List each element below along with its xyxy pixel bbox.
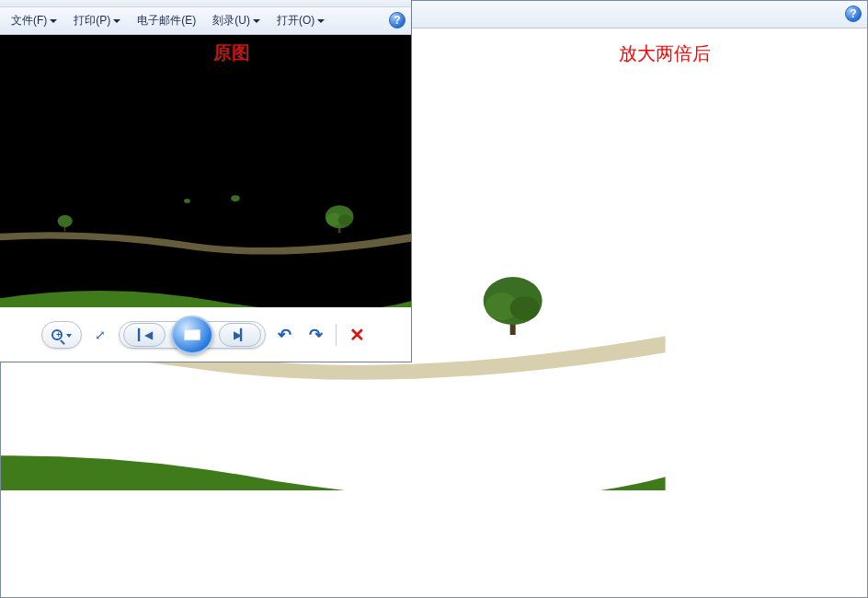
magnifier-icon: + [51,326,72,345]
viewer-toolbar: + ⤢ ▎◀ ▶▎ ↶ ↷ ✕ [0,308,411,362]
menu-file-label: 文件(F) [11,13,47,29]
dropdown-arrow-icon [317,19,325,23]
annotation-original: 原图 [213,40,250,65]
previous-button[interactable]: ▎◀ [123,323,166,347]
annotation-original-text: 原图 [213,42,250,63]
menu-bar: 文件(F) 打印(P) 电子邮件(E) 刻录(U) 打开(O) ? [0,7,411,35]
menu-email[interactable]: 电子邮件(E) [133,10,200,31]
help-button[interactable]: ? [845,6,862,22]
help-icon: ? [394,14,400,27]
menu-burn-label: 刻录(U) [212,13,250,29]
menu-file[interactable]: 文件(F) [7,10,61,31]
rotate-cw-button[interactable]: ↷ [303,322,328,348]
dropdown-arrow-icon [253,19,260,23]
menu-open[interactable]: 打开(O) [273,10,328,31]
rotate-cw-icon: ↷ [309,325,323,345]
photo-viewer-window-original: Windows 照片查看器 文件(F) 打印(P) 电子邮件(E) 刻录(U) … [0,0,412,362]
next-icon: ▶▎ [234,328,246,341]
photo-content [0,35,411,307]
help-icon: ? [850,7,856,20]
zoom-button[interactable]: + [41,321,82,349]
dropdown-arrow-icon [50,19,57,23]
toolbar-divider [336,324,337,346]
nav-control: ▎◀ ▶▎ [119,321,266,349]
menu-print[interactable]: 打印(P) [70,10,124,31]
prev-icon: ▎◀ [138,328,151,341]
menu-open-label: 打开(O) [277,13,314,29]
menu-print-label: 打印(P) [74,13,110,29]
slideshow-button[interactable] [171,316,213,354]
annotation-zoomed-text: 放大两倍后 [619,43,711,63]
rotate-ccw-button[interactable]: ↶ [271,322,297,348]
delete-button[interactable]: ✕ [344,322,370,348]
dropdown-arrow-icon [113,19,120,23]
title-bar[interactable]: Windows 照片查看器 [0,0,411,7]
next-button[interactable]: ▶▎ [219,323,261,347]
delete-icon: ✕ [349,324,365,346]
fit-to-window-button[interactable]: ⤢ [87,322,113,348]
rotate-ccw-icon: ↶ [278,325,291,345]
help-button[interactable]: ? [389,12,405,29]
menu-burn[interactable]: 刻录(U) [209,10,264,31]
image-viewport-original[interactable] [0,35,411,307]
annotation-zoomed: 放大两倍后 [619,41,711,66]
menu-email-label: 电子邮件(E) [137,13,196,29]
fit-icon: ⤢ [95,328,106,342]
slideshow-icon [184,329,200,340]
